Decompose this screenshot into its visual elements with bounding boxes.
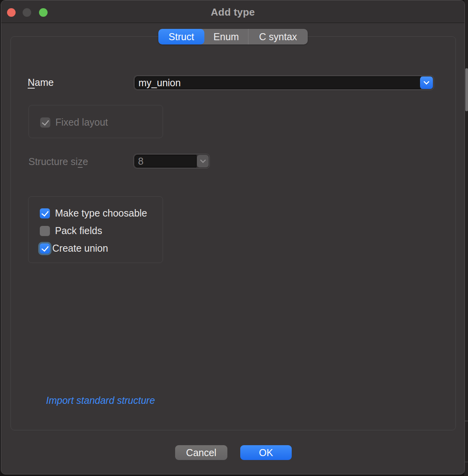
structure-size-input: 8	[135, 155, 197, 167]
name-label: Name	[28, 77, 54, 88]
ok-button[interactable]: OK	[240, 445, 292, 460]
fixed-layout-group: Fixed layout	[28, 105, 163, 138]
fixed-layout-row: Fixed layout	[40, 117, 108, 128]
pack-fields-label: Pack fields	[55, 225, 102, 236]
make-type-choosable-label: Make type choosable	[55, 208, 147, 219]
create-union-checkbox[interactable]	[40, 243, 50, 254]
cancel-button[interactable]: Cancel	[175, 445, 227, 460]
make-type-choosable-checkbox[interactable]	[40, 208, 50, 218]
structure-size-combobox: 8	[133, 154, 210, 169]
create-union-label: Create union	[52, 243, 108, 254]
dialog-title: Add type	[1, 6, 464, 18]
titlebar: Add type	[1, 0, 464, 23]
tab-c-syntax[interactable]: C syntax	[248, 29, 308, 44]
import-standard-structure-link[interactable]: Import standard structure	[46, 395, 155, 406]
fixed-layout-label: Fixed layout	[55, 117, 108, 128]
chevron-down-icon	[200, 157, 206, 163]
options-group: Make type choosable Pack fields Create u…	[28, 196, 163, 263]
option-row-pack-fields: Pack fields	[40, 225, 163, 236]
option-row-create-union: Create union	[40, 243, 163, 254]
name-combobox: my_union	[134, 75, 434, 90]
tab-enum[interactable]: Enum	[204, 29, 248, 44]
pack-fields-checkbox[interactable]	[40, 226, 50, 236]
structure-size-label: Structure size	[28, 156, 88, 167]
name-dropdown-button[interactable]	[420, 76, 433, 89]
tab-bar: Struct Enum C syntax	[158, 29, 308, 44]
add-type-dialog: Add type Struct Enum C syntax Name my_un…	[1, 0, 465, 474]
background-scrollbar	[465, 68, 468, 111]
tab-struct[interactable]: Struct	[158, 29, 204, 44]
structure-size-dropdown-button	[197, 155, 209, 167]
option-row-make-type-choosable: Make type choosable	[40, 208, 163, 219]
fixed-layout-checkbox	[40, 117, 50, 128]
chevron-down-icon	[424, 78, 430, 85]
name-input[interactable]: my_union	[135, 76, 421, 89]
